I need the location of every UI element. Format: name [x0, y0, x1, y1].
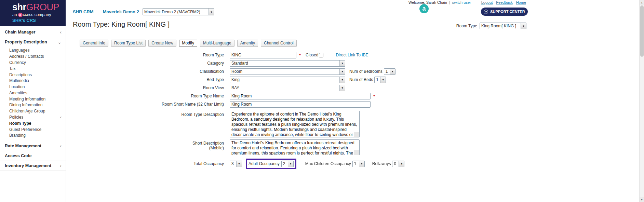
bed-type-select[interactable]: King [230, 77, 345, 83]
direct-link-to-ibe[interactable]: Direct Link To IBE [336, 53, 368, 57]
rollaways-select[interactable]: 0 [392, 161, 404, 167]
room-type-description-textarea[interactable]: Experience the epitome of comfort in The… [230, 111, 360, 137]
separator: | [449, 0, 450, 4]
adult-occupancy-select[interactable]: 2 [281, 161, 294, 167]
feedback-link[interactable]: Feedback [496, 0, 512, 4]
category-select[interactable]: Standard [230, 60, 345, 67]
tab-channel-control[interactable]: Channel Control [261, 40, 297, 47]
scrollbar-thumb[interactable] [640, 5, 644, 57]
sidebar-item-descriptions[interactable]: Descriptions [0, 72, 66, 78]
classification-label: Classification [73, 69, 224, 74]
required-asterisk: * [299, 53, 301, 58]
home-link[interactable]: Home [516, 0, 526, 4]
scroll-up-icon[interactable]: ▲ [640, 0, 644, 5]
item-label: Meeting Information [9, 97, 45, 102]
room-type-name-label: Room Type Name [73, 94, 224, 98]
sidebar-item-dining-information[interactable]: Dining Information [0, 102, 66, 108]
bed-type-select-value: King [230, 77, 339, 82]
tab-modify[interactable]: Modify [179, 40, 197, 47]
sidebar-item-address-contacts[interactable]: Address / Contacts [0, 54, 66, 60]
welcome-text: Welcome: Sarah Chain [408, 0, 447, 4]
sidebar-section-inventory-management[interactable]: Inventory Management ‹ [0, 161, 66, 171]
tab-create-new[interactable]: Create New [148, 40, 176, 47]
item-label: Guest Preference [9, 127, 41, 132]
brand-wordmark: shrGROUP [12, 2, 66, 12]
tab-general-info[interactable]: General Info [80, 40, 108, 47]
room-type-select[interactable]: King Room[ KING ] [480, 23, 526, 29]
form-row-room-type-description: Room Type Description Experience the epi… [73, 111, 568, 139]
sidebar-item-currency[interactable]: Currency [0, 60, 66, 66]
room-type-name-input[interactable] [230, 93, 371, 99]
sidebar-item-location[interactable]: Location [0, 84, 66, 90]
dropdown-arrow-icon [399, 161, 404, 167]
tab-room-type-list[interactable]: Room Type List [111, 40, 146, 47]
closed-checkbox[interactable] [319, 53, 323, 57]
item-label: Room Type [9, 121, 31, 126]
brand-shr: shr [12, 2, 26, 12]
dropdown-arrow-icon [521, 23, 526, 29]
sidebar-item-guest-preference[interactable]: Guest Preference [0, 126, 66, 133]
tab-multi-language[interactable]: Multi-Language [200, 40, 234, 47]
scroll-down-icon[interactable]: ▼ [640, 197, 644, 202]
sidebar-item-amenities[interactable]: Amenities [0, 90, 66, 96]
room-type-input[interactable] [230, 52, 296, 58]
page-title: Room Type: King Room[ KING ] [73, 21, 170, 28]
num-of-beds-value: 1 [375, 77, 380, 82]
sidebar-item-branding[interactable]: Branding [0, 133, 66, 139]
room-short-name-input[interactable] [230, 101, 371, 108]
item-label: Children Age Group [9, 109, 45, 113]
sidebar-item-meeting-information[interactable]: Meeting Information [0, 96, 66, 102]
short-description-textarea[interactable]: The Demo Hotel's King Bedroom offers a l… [230, 139, 360, 155]
sidebar-item-children-age-group[interactable]: Children Age Group [0, 108, 66, 115]
sidebar-section-rate-management[interactable]: Rate Management ‹ [0, 141, 66, 151]
chevron-expanded-icon: ⌄ [57, 40, 62, 44]
section-label: Chain Manager [5, 30, 36, 35]
room-type-selector-label: Room Type [456, 24, 477, 28]
support-center-button[interactable]: ? SUPPORT CENTER [481, 8, 528, 16]
sidebar-item-tax[interactable]: Tax [0, 66, 66, 72]
sidebar-item-multimedia[interactable]: Multimedia [0, 78, 66, 84]
dropdown-arrow-icon [236, 161, 242, 167]
item-label: Policies [9, 115, 23, 120]
room-view-select[interactable]: BAY [230, 85, 345, 91]
sidebar: shrGROUP an access company SHR's CRS Cha… [0, 0, 66, 202]
dropdown-arrow-icon [339, 60, 345, 66]
sidebar-item-languages[interactable]: Languages [0, 48, 66, 54]
rollaways-value: 0 [392, 161, 399, 166]
sidebar-section-property-description[interactable]: Property Description ⌄ [0, 37, 66, 47]
room-type-select-value: King Room[ KING ] [480, 24, 521, 28]
num-of-bedrooms-select[interactable]: 1 [384, 68, 395, 75]
item-label: Address / Contacts [9, 54, 44, 59]
shr-crm-link[interactable]: SHR CRM [73, 9, 94, 14]
max-children-occupancy-value: 1 [353, 161, 359, 166]
max-children-occupancy-select[interactable]: 1 [352, 161, 365, 167]
switch-user-link[interactable]: switch user [452, 0, 471, 4]
form-row-category: Category Standard [73, 59, 568, 67]
num-of-beds-label: Num of Beds [349, 77, 373, 82]
classification-select-value: Room [230, 69, 339, 74]
classification-select[interactable]: Room [230, 68, 345, 75]
adult-occupancy-label: Adult Occupancy [249, 161, 280, 166]
brand-crs: SHR's CRS [12, 18, 66, 23]
num-of-bedrooms-value: 1 [384, 69, 390, 74]
question-icon: ? [484, 10, 488, 14]
section-label: Access Code [5, 153, 32, 158]
page-scrollbar[interactable]: ▲ ▼ [639, 0, 644, 202]
form-row-classification: Classification Room Num of Bedrooms 1 [73, 67, 568, 76]
sidebar-item-policies[interactable]: Policies ‹ [0, 115, 66, 121]
property-name-link[interactable]: Maverick Demo 2 [103, 9, 139, 14]
logout-link[interactable]: Logout [481, 0, 493, 4]
form-row-room-short-name: Room Short Name (32 Char Limit) [73, 100, 568, 108]
tab-amenity[interactable]: Amenity [237, 40, 258, 47]
tab-bar: General Info Room Type List Create New M… [80, 40, 297, 47]
form-row-room-view: Room View BAY [73, 84, 568, 92]
sidebar-section-chain-manager[interactable]: Chain Manager ‹ [0, 27, 66, 37]
num-of-beds-select[interactable]: 1 [374, 77, 386, 83]
total-occupancy-select[interactable]: 3 [230, 161, 242, 167]
item-label: Dining Information [9, 103, 42, 107]
tagline-suffix: ccess company [23, 12, 51, 17]
sidebar-item-room-type[interactable]: Room Type [0, 120, 66, 126]
property-select[interactable]: Maverick Demo 2 (MAVCRM2) [143, 8, 214, 15]
short-description-label: Short Description (Mobile) [73, 139, 224, 150]
sidebar-section-access-code[interactable]: Access Code [0, 151, 66, 161]
